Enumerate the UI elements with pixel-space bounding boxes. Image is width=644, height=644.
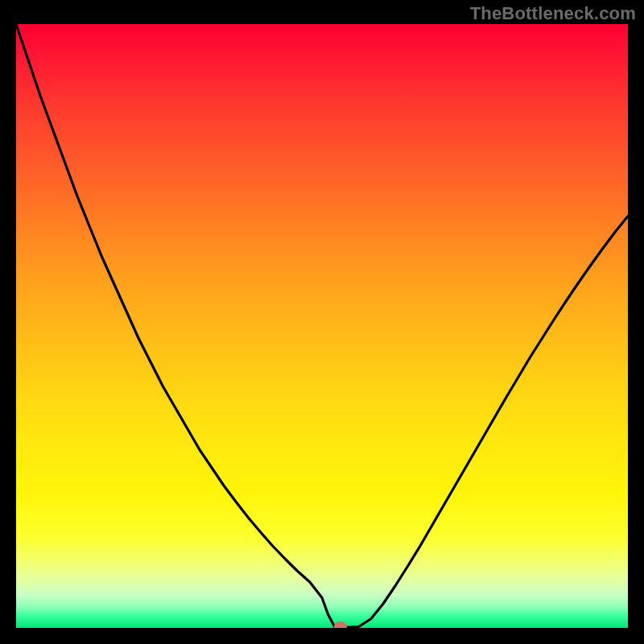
optimal-point-marker bbox=[334, 621, 347, 628]
bottleneck-curve bbox=[16, 24, 628, 628]
plot-area bbox=[16, 24, 628, 628]
watermark-text: TheBottleneck.com bbox=[470, 3, 636, 24]
chart-frame: TheBottleneck.com bbox=[0, 0, 644, 644]
